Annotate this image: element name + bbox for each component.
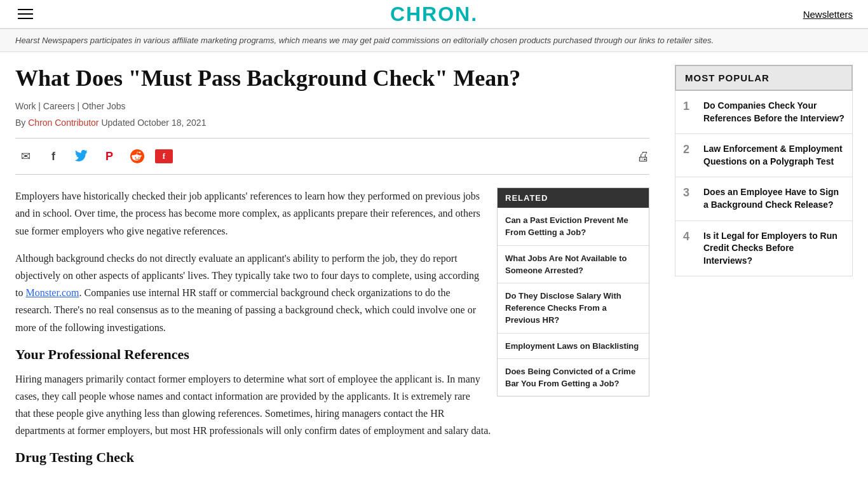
breadcrumb-careers[interactable]: Careers [43, 101, 75, 111]
logo-dot: . [471, 3, 478, 25]
article-body: RELATED Can a Past Eviction Prevent Me F… [15, 187, 649, 466]
popular-num-2: 2 [683, 143, 696, 156]
related-header: RELATED [498, 188, 649, 208]
sidebar: MOST POPULAR 1 Do Companies Check Your R… [675, 65, 853, 473]
affiliate-notice-text: Hearst Newspapers participates in variou… [15, 36, 714, 45]
related-link[interactable]: What Jobs Are Not Available to Someone A… [505, 254, 627, 275]
popular-link-3[interactable]: Does an Employee Have to Sign a Backgrou… [703, 186, 844, 211]
article-date: October 18, 2021 [137, 118, 206, 128]
breadcrumb: Work | Careers | Other Jobs [15, 101, 649, 111]
related-item: Does Being Convicted of a Crime Bar You … [498, 359, 649, 396]
byline-prefix: By [15, 118, 25, 128]
breadcrumb-work[interactable]: Work [15, 101, 36, 111]
popular-item-3: 3 Does an Employee Have to Sign a Backgr… [675, 177, 852, 220]
site-logo: CHRON. [390, 3, 478, 26]
popular-link-4[interactable]: Is it Legal for Employers to Run Credit … [703, 230, 844, 268]
popular-num-4: 4 [683, 230, 696, 243]
related-item: Can a Past Eviction Prevent Me From Gett… [498, 208, 649, 245]
related-list: Can a Past Eviction Prevent Me From Gett… [498, 208, 649, 396]
reddit-share-button[interactable] [127, 146, 147, 166]
related-link[interactable]: Can a Past Eviction Prevent Me From Gett… [505, 215, 628, 237]
email-share-button[interactable]: ✉ [15, 146, 36, 166]
article-title: What Does "Must Pass Background Check" M… [15, 65, 649, 92]
popular-link-2[interactable]: Law Enforcement & Employment Questions o… [703, 143, 844, 168]
social-share-bar: ✉ f P f 🖨 [15, 138, 649, 175]
article-section: What Does "Must Pass Background Check" M… [15, 65, 649, 473]
related-link[interactable]: Do They Disclose Salary With Reference C… [505, 291, 621, 325]
popular-list: 1 Do Companies Check Your References Bef… [675, 91, 853, 276]
popular-item-2: 2 Law Enforcement & Employment Questions… [675, 134, 852, 177]
most-popular-header: MOST POPULAR [675, 65, 853, 91]
logo-text: CHRON [390, 3, 471, 25]
popular-item-4: 4 Is it Legal for Employers to Run Credi… [675, 221, 852, 276]
breadcrumb-other-jobs[interactable]: Other Jobs [82, 101, 125, 111]
popular-item-1: 1 Do Companies Check Your References Bef… [675, 91, 852, 134]
section2-heading: Drug Testing Check [15, 449, 649, 466]
related-box: RELATED Can a Past Eviction Prevent Me F… [497, 187, 649, 396]
main-layout: What Does "Must Pass Background Check" M… [0, 52, 868, 473]
related-link[interactable]: Does Being Convicted of a Crime Bar You … [505, 367, 635, 388]
facebook-share-button[interactable]: f [43, 146, 64, 166]
popular-link-1[interactable]: Do Companies Check Your References Befor… [703, 100, 844, 125]
popular-num-3: 3 [683, 186, 696, 200]
newsletters-button[interactable]: Newsletters [803, 9, 853, 20]
related-item: Do They Disclose Salary With Reference C… [498, 283, 649, 334]
flipboard-share-button[interactable]: f [155, 149, 173, 163]
twitter-share-button[interactable] [71, 146, 92, 166]
pinterest-share-button[interactable]: P [99, 146, 119, 166]
monster-link[interactable]: Monster.com [25, 287, 79, 298]
related-link[interactable]: Employment Laws on Blacklisting [505, 341, 639, 351]
hamburger-menu[interactable] [15, 6, 36, 22]
popular-num-1: 1 [683, 100, 696, 113]
related-item: What Jobs Are Not Available to Someone A… [498, 246, 649, 283]
byline: By Chron Contributor Updated October 18,… [15, 118, 649, 128]
author-link[interactable]: Chron Contributor [28, 118, 98, 128]
site-header: CHRON. Newsletters [0, 0, 868, 29]
date-prefix: Updated [101, 118, 135, 128]
related-item: Employment Laws on Blacklisting [498, 334, 649, 359]
print-button[interactable]: 🖨 [637, 149, 649, 164]
affiliate-notice: Hearst Newspapers participates in variou… [0, 29, 868, 52]
